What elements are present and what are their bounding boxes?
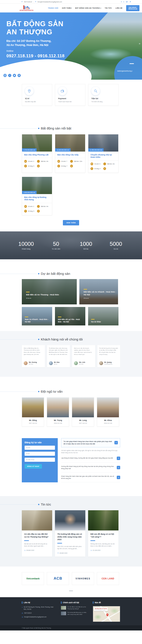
team-member-card[interactable]: Mr. Trọng 0916.112.118 <box>47 397 69 426</box>
nav-item-listings-label: BẤT ĐỘNG SẢN AN THƯỢNG <box>75 7 100 9</box>
nav-item-about[interactable]: GIỚI THIỆU <box>62 7 72 9</box>
news-card[interactable]: Đất ven đô đang có cơ hội "nổi sóng"? Nh… <box>88 510 119 557</box>
team-member-card[interactable]: Mr. Dũng 0927.118.119 <box>22 397 44 426</box>
news-title[interactable]: Thị trường bất động sản có nhiều triển v… <box>57 533 83 541</box>
signup-button[interactable]: ĐĂNG KÝ NGAY <box>25 464 42 468</box>
heading-line <box>0 128 37 128</box>
stat-projects: 5000 Dự án <box>101 241 131 250</box>
nav-item-home[interactable]: TRANG CHỦ <box>48 7 58 9</box>
map-embed[interactable]: Bất Động Sản An Thượng Số 247 Đường An T… <box>93 606 120 622</box>
section-heading-featured: Bất động sản nổi bật <box>38 126 120 130</box>
property-card[interactable]: 12.000.000.000/ m2 Bán nhà riêng Cầu Giấ… <box>55 134 85 173</box>
spec-frontage: ↔Mặt tiền: 4m <box>37 205 50 208</box>
floors-icon: ☰ <box>24 165 27 168</box>
nav-item-listings[interactable]: BẤT ĐỘNG SẢN AN THƯỢNG ▾ <box>75 7 101 9</box>
twitter-icon[interactable] <box>13 74 16 77</box>
yellow-dash <box>58 317 61 317</box>
house-logo-icon <box>23 5 30 10</box>
news-date: 28.MAY.2020 <box>60 552 67 554</box>
phone-field[interactable] <box>25 458 55 462</box>
avatar <box>74 361 78 365</box>
blue-dash <box>24 540 29 541</box>
facebook-icon[interactable]: f <box>121 1 122 2</box>
news-title[interactable]: Đất ven đô đang có cơ hội "nổi sóng"? <box>90 533 116 538</box>
consult-step: Hướng dẫn khách hàng ký kết hợp đồng mua… <box>61 466 120 472</box>
pinterest-icon[interactable]: P <box>130 1 131 2</box>
property-title[interactable]: Chuyển nhượng nhà tại Hoàn Kiếm <box>88 152 118 160</box>
topbar-email[interactable]: thongtinnhadatanthuong@gmail.com <box>37 1 62 2</box>
whatsapp-icon[interactable]: ✆ <box>17 74 21 77</box>
property-title[interactable]: Bán nhà riêng Cầu Giấy <box>55 152 85 158</box>
project-tile[interactable]: Đất Nền xã An Thượng - Hoài Đức 10 dự án <box>22 279 77 304</box>
team-member-card[interactable]: Mr. Khoa 0916.112.118 <box>97 397 119 426</box>
footer-policy-link[interactable]: Thị trường bất động sản có nhiều triển v… <box>61 612 87 616</box>
spec-direction: ❖ <box>37 210 50 212</box>
footer-email[interactable]: ✉ thongtinnhadatanthuong@gmail.com <box>22 616 55 618</box>
property-title[interactable]: Bán nhà riêng tại Đường Vĩnh Hưng <box>22 194 52 203</box>
news-card[interactable]: Thị trường bất động sản có nhiều triển v… <box>55 510 85 557</box>
property-card[interactable]: 4.700.000.000/ m2 Bán nhà riêng Phương L… <box>22 134 52 173</box>
price-badge: 11.950.000.000/ m2 <box>88 148 103 152</box>
toilet-icon: WC <box>24 160 27 163</box>
double-arrow-icon: » <box>117 456 120 460</box>
footer-policy-link[interactable]: Có nên đầu tư vào đất thổ cư An Thượng h… <box>61 606 87 610</box>
spec-floors: ☰Số tầng: 7 <box>57 165 70 168</box>
topbar-phone[interactable]: 0927118119 <box>24 1 32 2</box>
project-tile[interactable]: Đất Nền xã An Khánh - Hoài Đức - Hà Nội … <box>79 279 118 304</box>
property-card[interactable]: 4.000.000.000/ m2 Bán nhà riêng tại Đườn… <box>22 177 52 215</box>
google-plus-icon[interactable]: G+ <box>126 1 128 2</box>
news-card[interactable]: Có nên đầu tư vào đất thổ cư An Thượng h… <box>22 510 52 557</box>
spec-floors: ☰Số tầng: 5 <box>24 165 37 168</box>
news-date: 22.JUN.2020 <box>93 550 100 551</box>
property-title[interactable]: Bán nhà riêng Phương Liệt <box>22 152 52 158</box>
project-count: 10 dự án <box>26 298 59 299</box>
nav-item-news[interactable]: TIN TỨC <box>105 7 112 9</box>
partner-logo-acb[interactable]: ACB <box>47 572 69 585</box>
feature-title: Tiện lợi <box>91 98 115 100</box>
news-title[interactable]: Có nên đầu tư vào đất thổ cư An Thượng h… <box>24 533 50 538</box>
facebook-icon[interactable]: f <box>8 74 11 77</box>
partner-logo-vinhomes[interactable]: VINHOMES <box>72 572 94 585</box>
testimonial-role: Kỹ sư <box>54 364 60 365</box>
team-member-phone: 0916.112.118 <box>47 422 69 424</box>
nav-item-contact[interactable]: LIÊN HỆ <box>116 7 122 9</box>
property-photo: 11.950.000.000/ m2 <box>88 134 118 152</box>
feature-title: Payment <box>58 98 82 100</box>
hero-hotline-number[interactable]: 0927.118.119 - 0916.112.118 <box>6 54 65 58</box>
call-now-button[interactable]: GỌI NGAY: 0916112118 <box>126 5 139 11</box>
topbar-separator: | <box>33 1 34 2</box>
frontage-icon: ↔ <box>70 160 73 163</box>
feature-card-payment[interactable]: Payment Thanh toán thuận tiện <box>55 84 85 106</box>
consult-highlight-text: Tư vấn giúp khách hàng lựa chọn được sản… <box>64 440 113 445</box>
partner-logo-vietcombank[interactable]: Vietcombank <box>22 572 44 585</box>
footer-phone[interactable]: ✆ 0927118119 <box>22 612 55 614</box>
project-tile[interactable]: Đất Nền xã Lại Yên - Hoài Đức - Hà Nội <box>55 307 85 326</box>
avatar <box>99 361 103 365</box>
spec-floors: ☰Số tầng: 4 <box>90 167 103 170</box>
copyright-text: © Bản quyền thuộc về Bất Động Sản An Thư… <box>22 627 120 629</box>
slider-next-arrow[interactable]: » <box>139 42 140 45</box>
feature-card-convenience[interactable]: Tiện lợi Tìm kiếm dễ dàng <box>88 84 119 106</box>
signup-form-title: Đăng ký tư vấn <box>25 441 55 444</box>
consult-step-text: Hướng dẫn khách hàng ký kết hợp đồng mua… <box>61 466 115 470</box>
feature-card-location[interactable]: Vị trí Địa điểm hấp dẫn <box>22 84 52 106</box>
name-field[interactable] <box>25 446 55 450</box>
hero-circle-dash <box>130 63 134 64</box>
team-member-card[interactable]: Mr. Long 0927.118.119 <box>72 397 94 426</box>
stat-customers: 10000 Khách hàng <box>11 241 41 250</box>
carousel-indicator[interactable] <box>69 590 73 591</box>
hero-title-line2: AN THƯỢNG <box>6 28 65 36</box>
see-more-button[interactable]: XEM THÊM <box>63 220 79 226</box>
project-tile[interactable]: Nam An Khánh - Hoài Đức - Hà Nội <box>22 307 52 326</box>
email-field[interactable] <box>25 452 55 456</box>
footer-address: ⌖ Số 247 Đường An Thượng, Xã An Thượng, … <box>22 606 55 610</box>
stats-band: 10000 Khách hàng 50 Tư vấn viên 1000 Đối… <box>0 232 142 259</box>
instagram-icon[interactable] <box>3 74 7 77</box>
property-card[interactable]: 11.950.000.000/ m2 Chuyển nhượng nhà tại… <box>88 134 119 173</box>
twitter-icon[interactable]: t <box>123 1 124 2</box>
project-tile[interactable]: Dự án khác <box>88 307 119 326</box>
spec-bathrooms: WCVệ sinh: 7 <box>57 160 70 163</box>
stat-label: Đối tác <box>71 248 101 250</box>
partner-logo-cenland[interactable]: CEN LAND <box>97 572 119 585</box>
brand-logo[interactable]: BẤT ĐỘNG SẢN AN THƯỢNG.COM <box>21 5 32 11</box>
